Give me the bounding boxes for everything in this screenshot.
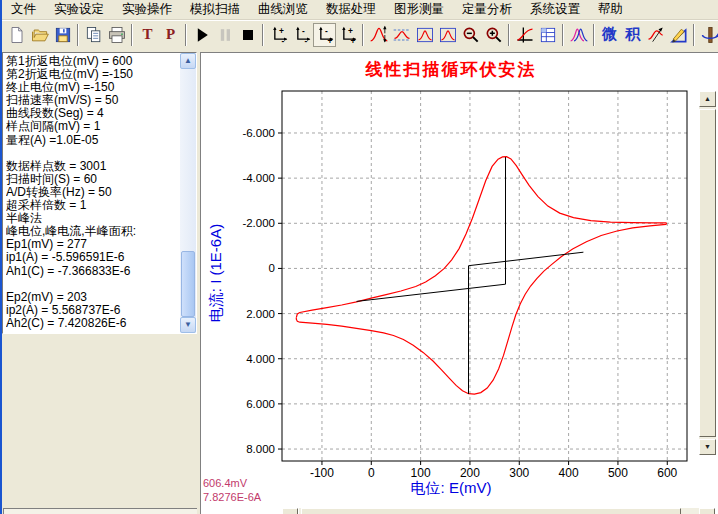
overlay-peaks-button[interactable] [567, 23, 590, 47]
cv-forward-scan [296, 157, 667, 318]
peak-compress-icon [392, 25, 412, 45]
rotate-3d-button[interactable] [698, 23, 718, 47]
menu-item[interactable]: 帮助 [589, 0, 632, 20]
chart-scroll-left-button[interactable] [282, 508, 298, 514]
axis-quadrant-icon: +- [269, 25, 289, 45]
y-tick-label: 0 [269, 262, 275, 274]
toolbar-separator [593, 24, 595, 46]
rotate-3d-icon [700, 25, 718, 45]
text-p-button[interactable]: P [159, 23, 182, 47]
axis-quadrant-2-button[interactable]: -- [290, 23, 313, 47]
curve-axis-button[interactable] [513, 23, 536, 47]
scroll-thumb[interactable] [181, 251, 195, 317]
svg-text:+: + [348, 26, 353, 36]
menu-item[interactable]: 数据处理 [317, 0, 385, 20]
y-tick-label: -4.000 [242, 172, 275, 184]
peak-window-icon [415, 25, 435, 45]
zoom-in-button[interactable] [482, 23, 505, 47]
menu-item[interactable]: 定量分析 [453, 0, 521, 20]
menu-item[interactable]: 实验操作 [113, 0, 181, 20]
axis-quadrant-4-button[interactable]: ++ [336, 23, 359, 47]
peak-window-2-button[interactable] [436, 23, 459, 47]
peak-compress-button[interactable] [390, 23, 413, 47]
integral-button[interactable]: 积 [621, 23, 644, 47]
toolbar: TP+----+++微积 [2, 20, 718, 48]
x-tick-label: 500 [608, 466, 628, 480]
menu-item[interactable]: 文件 [2, 0, 45, 20]
new-file-icon [7, 25, 27, 45]
results-vertical-scrollbar[interactable]: ▲ ▼ [180, 53, 196, 333]
chart-hscroll-thumb[interactable] [301, 508, 681, 514]
menu-item[interactable]: 实验设定 [45, 0, 113, 20]
result-line: 量程(A) =1.0E-05 [6, 134, 179, 147]
peak-window-icon [438, 25, 458, 45]
char-icon: T [142, 26, 152, 43]
menu-bar: 文件实验设定实验操作模拟扫描曲线浏览数据处理图形测量定量分析系统设置帮助 [2, 0, 718, 20]
print-button[interactable] [105, 23, 128, 47]
result-line: 样点间隔(mV) = 1 [6, 120, 179, 133]
plot-svg[interactable]: -1000100200300400500600-6.000-4.000-2.00… [201, 53, 718, 514]
toolbar-separator [362, 24, 364, 46]
y-tick-label: 8.000 [246, 443, 275, 455]
x-tick-label: 300 [509, 466, 529, 480]
derivative-button[interactable]: 微 [598, 23, 621, 47]
axis-quadrant-1-button[interactable]: +- [267, 23, 290, 47]
svg-text:-: - [281, 36, 284, 45]
scroll-up-button[interactable]: ▲ [180, 53, 196, 69]
stop-button[interactable] [236, 23, 259, 47]
anodic-baseline [357, 284, 506, 301]
char-icon: 微 [602, 25, 617, 44]
scroll-down-button[interactable]: ▼ [180, 317, 196, 333]
menu-item[interactable]: 曲线浏览 [249, 0, 317, 20]
y-axis-label: 电流: I (1E-6A) [207, 163, 229, 383]
char-icon: 积 [625, 25, 640, 44]
results-panel: 第1折返电位(mV) = 600第2折返电位(mV) =-150终止电位(mV)… [2, 52, 197, 334]
chart-scroll-up-button[interactable]: ▲ [699, 91, 716, 107]
chart-vertical-scrollbar[interactable]: ▲ ▼ [699, 91, 716, 455]
point-derivative-icon [646, 25, 666, 45]
stop-icon [238, 25, 258, 45]
cathodic-baseline [469, 252, 584, 266]
point-derivative-button[interactable] [644, 23, 667, 47]
text-t-button[interactable]: T [136, 23, 159, 47]
copy-button[interactable] [82, 23, 105, 47]
toolbar-separator [508, 24, 510, 46]
open-file-button[interactable] [28, 23, 51, 47]
new-file-button[interactable] [5, 23, 28, 47]
axis-quadrant-icon: ++ [338, 25, 358, 45]
svg-text:-: - [325, 26, 328, 36]
data-table-icon [538, 25, 558, 45]
save-file-button[interactable] [51, 23, 74, 47]
data-table-button[interactable] [536, 23, 559, 47]
pause-button[interactable] [213, 23, 236, 47]
toolbar-separator [77, 24, 79, 46]
zoom-out-icon [461, 25, 481, 45]
y-tick-label: 4.000 [246, 353, 275, 365]
pause-icon [215, 25, 235, 45]
menu-item[interactable]: 模拟扫描 [181, 0, 249, 20]
chart-scroll-right-button[interactable] [699, 508, 715, 514]
axis-quadrant-icon: -- [292, 25, 312, 45]
result-line: ip2(A) = 5.568737E-6 [6, 304, 179, 317]
peak-autoscale-button[interactable] [367, 23, 390, 47]
chart-scroll-thumb[interactable] [699, 109, 716, 437]
chart-scroll-down-button[interactable]: ▼ [699, 439, 716, 455]
menu-item[interactable]: 图形测量 [385, 0, 453, 20]
zoom-in-icon [484, 25, 504, 45]
run-button[interactable] [190, 23, 213, 47]
zoom-out-button[interactable] [459, 23, 482, 47]
toolbar-separator [562, 24, 564, 46]
potential-readout: 606.4mV [203, 477, 247, 489]
chart-horizontal-scrollbar[interactable] [299, 508, 699, 514]
toolbar-separator [185, 24, 187, 46]
peak-window-1-button[interactable] [413, 23, 436, 47]
axis-quadrant-3-button[interactable]: -+ [313, 23, 336, 47]
results-horizontal-scrollbar[interactable] [3, 508, 197, 514]
curve-axis-icon [515, 25, 535, 45]
result-line [6, 147, 179, 160]
result-line: 扫描时间(S) = 60 [6, 173, 179, 186]
results-text: 第1折返电位(mV) = 600第2折返电位(mV) =-150终止电位(mV)… [6, 55, 179, 333]
edit-pen-button[interactable] [667, 23, 690, 47]
y-tick-label: 6.000 [246, 398, 275, 410]
menu-item[interactable]: 系统设置 [521, 0, 589, 20]
